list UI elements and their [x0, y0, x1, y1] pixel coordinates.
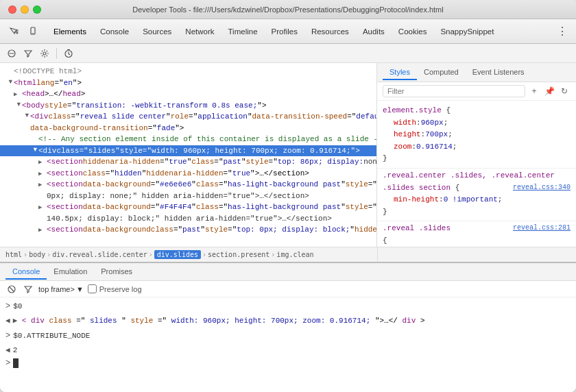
svg-point-4: [43, 52, 46, 55]
tab-snappy[interactable]: SnappySnippet: [433, 25, 501, 38]
expand-arrow[interactable]: ▶: [5, 79, 14, 88]
window-title: Developer Tools - file:///Users/kdzwinel…: [132, 5, 443, 14]
breadcrumb-right: [377, 247, 576, 262]
console-tab-emulation[interactable]: Emulation: [47, 265, 94, 280]
source-link-2[interactable]: reveal.css:281: [513, 223, 571, 235]
console-output-line: ◀ 2: [0, 343, 576, 358]
devtools-window: Developer Tools - file:///Users/kdzwinel…: [0, 0, 576, 392]
tab-audits[interactable]: Audits: [356, 25, 392, 38]
tab-cookies[interactable]: Cookies: [392, 25, 434, 38]
traffic-lights: [8, 5, 41, 14]
funnel-icon: [23, 49, 33, 58]
html-line: ▶ <section data-background="#F4F4F4" cla…: [0, 201, 377, 213]
console-area: Console Emulation Promises top frame> ▼: [0, 262, 576, 392]
tab-resources[interactable]: Resources: [304, 25, 356, 38]
close-button[interactable]: [8, 5, 16, 14]
clear-icon: [7, 284, 16, 294]
tab-profiles[interactable]: Profiles: [265, 25, 304, 38]
computed-tab[interactable]: Computed: [417, 65, 466, 80]
html-line: 140.5px; display: block;" hidden aria-hi…: [0, 213, 377, 225]
tab-bar: Elements Console Sources Network Timelin…: [47, 25, 551, 38]
pin-button[interactable]: 📌: [543, 85, 555, 97]
html-line: ▶ <section class="hidden" hidden aria-hi…: [0, 168, 377, 180]
gear-icon: [40, 49, 49, 58]
timer-icon-button[interactable]: [62, 47, 75, 60]
svg-rect-1: [32, 33, 34, 34]
expand-arrow[interactable]: ▶: [21, 114, 31, 122]
expand-arrow[interactable]: ▶: [29, 147, 39, 156]
block-icon[interactable]: [5, 47, 18, 60]
expand-arrow: [30, 136, 38, 145]
breadcrumb-bar: html › body › div.reveal.slide.center › …: [0, 247, 377, 262]
settings-icon-button[interactable]: [38, 47, 51, 60]
breadcrumb-html[interactable]: html: [5, 251, 22, 258]
expand-arrow[interactable]: ▶: [38, 226, 47, 236]
tab-elements[interactable]: Elements: [47, 25, 93, 38]
console-output-line: ◀ ▶ < div class =" slides " style =" wid…: [0, 314, 576, 328]
tab-timeline[interactable]: Timeline: [221, 25, 265, 38]
html-line: ▶ <head>…</head>: [0, 88, 377, 100]
style-rule-reveal-center: .reveal.center .slides, .reveal.center r…: [377, 169, 576, 221]
more-options-button[interactable]: ⋮: [554, 23, 571, 40]
styles-tabs: Styles Computed Event Listeners: [377, 63, 576, 82]
breadcrumb-div-reveal[interactable]: div.reveal.slide.center: [52, 251, 147, 258]
style-property: height : 700px ;: [383, 129, 571, 141]
expand-arrow[interactable]: ▶: [13, 102, 23, 110]
main-split-area: <!DOCTYPE html> ▶ <html lang="en"> ▶ <he…: [0, 63, 576, 247]
source-link[interactable]: reveal.css:340: [513, 182, 571, 193]
preserve-log-label[interactable]: Preserve log: [88, 284, 142, 293]
console-filter-button[interactable]: [22, 283, 34, 295]
breadcrumb-body[interactable]: body: [29, 251, 45, 258]
style-property: width : 960px ;: [383, 117, 571, 130]
tab-sources[interactable]: Sources: [136, 25, 178, 38]
html-content: <!DOCTYPE html> ▶ <html lang="en"> ▶ <he…: [0, 63, 377, 238]
expand-arrow[interactable]: ▶: [38, 181, 47, 191]
console-tabs: Console Emulation Promises: [0, 263, 576, 281]
preserve-log-checkbox[interactable]: [88, 284, 97, 293]
expand-arrow[interactable]: ▶: [38, 204, 47, 213]
frame-selector[interactable]: top frame> ▼: [38, 285, 84, 293]
breadcrumb-section[interactable]: section.present: [208, 251, 269, 258]
tab-console[interactable]: Console: [93, 25, 136, 38]
event-listeners-tab[interactable]: Event Listeners: [466, 65, 531, 80]
toolbar-nav: [5, 23, 41, 40]
styles-content[interactable]: element.style { width : 960px ; height :…: [377, 101, 576, 247]
mobile-view-button[interactable]: [25, 23, 41, 40]
console-tab-promises[interactable]: Promises: [94, 265, 139, 280]
expand-arrow[interactable]: ▶: [38, 170, 47, 180]
filter-icon-button[interactable]: [22, 47, 34, 60]
tab-network[interactable]: Network: [178, 25, 221, 38]
html-line: data-background-transition="fade">: [0, 123, 377, 134]
html-line: ▶ <section data-background class="past" …: [0, 224, 377, 236]
breadcrumb-div-slides[interactable]: div.slides: [154, 250, 201, 259]
filter-icon: [23, 284, 33, 294]
filter-input[interactable]: [383, 85, 525, 97]
html-line: ▶ <section hidden aria-hidden="true" cla…: [0, 156, 377, 168]
minimize-button[interactable]: [21, 5, 29, 14]
styles-tab[interactable]: Styles: [383, 65, 417, 80]
collapse-arrow: [5, 68, 14, 77]
html-line-selected[interactable]: ▶ <div class="slides" style="width: 960p…: [0, 145, 377, 157]
maximize-button[interactable]: [33, 5, 41, 14]
separator: [56, 48, 57, 59]
clear-console-button[interactable]: [5, 283, 18, 295]
refresh-button[interactable]: ↻: [558, 85, 571, 97]
breadcrumb-img[interactable]: img.clean: [276, 251, 313, 258]
cursor-icon: [9, 27, 19, 36]
no-entry-icon: [7, 49, 16, 58]
console-tab-console[interactable]: Console: [5, 265, 47, 280]
console-input-line: > $0: [0, 299, 576, 314]
html-line: ▶ <html lang="en">: [0, 77, 377, 89]
toolbar-right: ⋮: [554, 23, 571, 40]
console-content[interactable]: > $0 ◀ ▶ < div class =" slides " style =…: [0, 297, 576, 392]
inspect-element-button[interactable]: [5, 23, 22, 40]
html-panel[interactable]: <!DOCTYPE html> ▶ <html lang="en"> ▶ <he…: [0, 63, 377, 247]
cursor: [13, 358, 19, 368]
console-toolbar: top frame> ▼ Preserve log: [0, 281, 576, 297]
style-property: zoom : 0.916714 ;: [383, 141, 571, 154]
expand-arrow[interactable]: ▶: [14, 90, 22, 100]
html-line: ▶ <body style="transition: -webkit-trans…: [0, 100, 377, 112]
add-rule-button[interactable]: +: [528, 85, 540, 97]
console-cursor-line[interactable]: >: [0, 357, 576, 369]
expand-arrow[interactable]: ▶: [38, 158, 47, 168]
